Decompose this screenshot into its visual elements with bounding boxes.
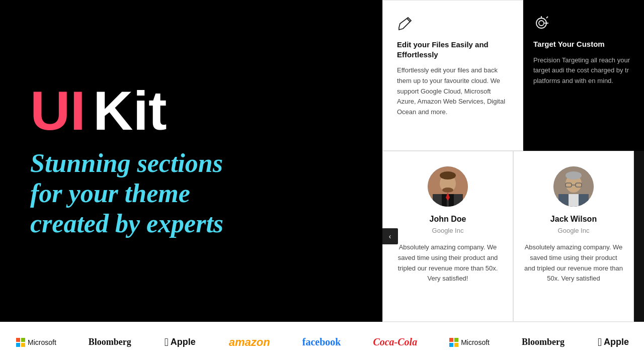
bloomberg1-label: Bloomberg (89, 337, 131, 347)
logo-i: I (70, 79, 86, 141)
logo-item-bloomberg1: Bloomberg (72, 322, 147, 363)
logo-item-bloomberg2: Bloomberg (506, 322, 581, 363)
testimonials-row: ‹ (382, 151, 644, 322)
logo-title: UI Kit (30, 83, 352, 138)
testimonial-2-name: Jack Wilson (550, 215, 597, 224)
testimonial-1-text: Absolutely amazing company. We saved tim… (393, 242, 503, 284)
feature-card-2-text: Precision Targeting all reach your targe… (533, 55, 634, 86)
microsoft-grid-icon (16, 338, 25, 347)
feature-card-1-text: Effortlessly edit your files and back th… (397, 65, 509, 118)
testimonial-card-1: John Doe Google Inc Absolutely amazing c… (382, 151, 513, 322)
facebook1-label: facebook (302, 336, 341, 348)
testimonial-2-company: Google Inc (558, 227, 590, 234)
feature-card-2-partial: Target Your Custom Precision Targeting a… (523, 0, 644, 151)
pencil-icon (397, 16, 413, 32)
avatar-john (428, 166, 468, 207)
feature-card-1-title: Edit your Files Easily and Effortlessly (397, 40, 509, 59)
logo-item-cocacola: Coca-Cola (357, 322, 433, 363)
svg-point-11 (440, 171, 456, 179)
carousel-prev-button[interactable]: ‹ (382, 228, 398, 244)
feature-card-2-title: Target Your Custom (533, 39, 634, 49)
subtitle-line2: for your theme (30, 178, 352, 209)
testimonial-card-2-partial: Jack Wilson Google Inc Absolutely amazin… (513, 151, 634, 322)
subtitle-line3: created by experts (30, 209, 352, 239)
logo-ui-text: UI (30, 83, 86, 138)
microsoft2-label: Microsoft (461, 338, 490, 346)
microsoft1-label: Microsoft (28, 338, 56, 346)
chevron-left-icon: ‹ (389, 232, 391, 240)
logo-ticker: Microsoft Bloomberg  Apple amazon faceb… (0, 322, 644, 363)
svg-point-12 (442, 188, 453, 193)
logo-item-microsoft2: Microsoft (433, 322, 506, 363)
logo-item-facebook1: facebook (286, 322, 357, 363)
svg-rect-15 (569, 194, 579, 207)
logo-u: U (30, 79, 70, 141)
feature-cards-row: Edit your Files Easily and Effortlessly … (382, 0, 644, 151)
svg-line-3 (546, 17, 548, 18)
testimonial-1-company: Google Inc (432, 227, 464, 234)
testimonial-2-text: Absolutely amazing company. We saved tim… (524, 242, 623, 284)
feature-card-1: Edit your Files Easily and Effortlessly … (382, 0, 523, 151)
logo-item-apple2:  Apple (581, 322, 644, 363)
apple1-label: Apple (171, 337, 196, 347)
svg-rect-7 (442, 194, 447, 207)
hero-subtitle: Stunning sections for your theme created… (30, 148, 352, 238)
svg-point-1 (539, 21, 544, 26)
hero-section: UI Kit Stunning sections for your theme … (0, 0, 382, 322)
target-icon (533, 15, 549, 31)
avatar-jack (553, 166, 594, 207)
apple-logo-icon1:  (165, 336, 169, 349)
logo-item-amazon1: amazon (213, 322, 286, 363)
subtitle-line1: Stunning sections (30, 148, 352, 178)
testimonial-1-name: John Doe (430, 215, 466, 224)
logo-kit-text: Kit (93, 83, 167, 138)
apple2-label: Apple (604, 337, 629, 347)
right-panel: Edit your Files Easily and Effortlessly … (382, 0, 644, 322)
main-area: UI Kit Stunning sections for your theme … (0, 0, 644, 322)
page-wrapper: UI Kit Stunning sections for your theme … (0, 0, 644, 362)
logo-item-apple1:  Apple (147, 322, 213, 363)
logo-bar: Microsoft Bloomberg  Apple amazon faceb… (0, 322, 644, 362)
microsoft-grid-icon2 (449, 338, 458, 347)
bloomberg2-label: Bloomberg (522, 337, 565, 347)
svg-rect-8 (449, 194, 454, 207)
logo-item-microsoft1: Microsoft (0, 322, 72, 363)
cocacola-label: Coca-Cola (373, 336, 417, 348)
svg-point-17 (566, 171, 582, 179)
apple-logo-icon2:  (598, 336, 602, 349)
amazon1-label: amazon (229, 336, 270, 349)
